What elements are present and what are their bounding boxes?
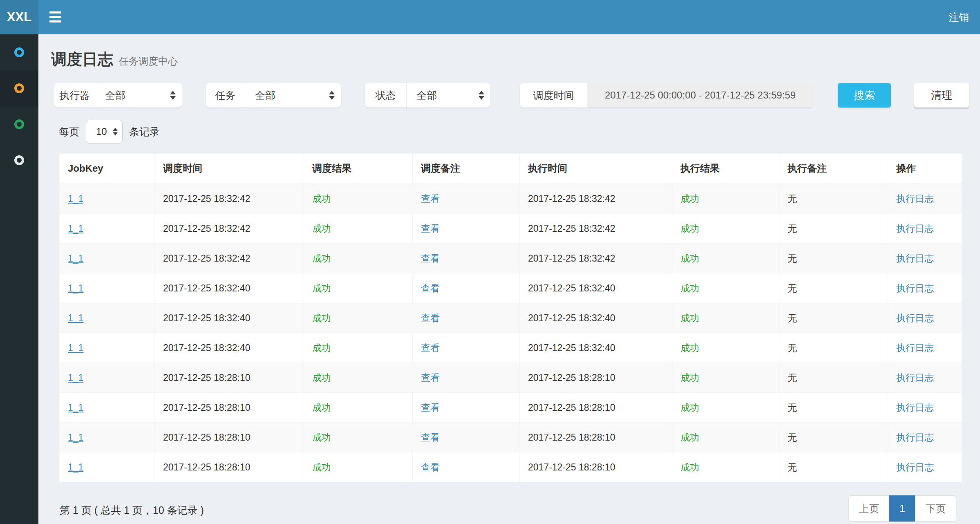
trigger-msg-link[interactable]: 查看: [421, 432, 440, 443]
execute-log-link[interactable]: 执行日志: [896, 462, 934, 472]
trigger-msg-link[interactable]: 查看: [421, 343, 440, 353]
circle-icon: [14, 119, 24, 129]
search-button[interactable]: 搜索: [838, 83, 891, 107]
table-row: 1_12017-12-25 18:32:42成功查看2017-12-25 18:…: [60, 214, 962, 244]
trigger-time-cell: 2017-12-25 18:32:42: [163, 253, 251, 264]
execute-log-link[interactable]: 执行日志: [896, 193, 934, 204]
trigger-time-range-input[interactable]: 2017-12-25 00:00:00 - 2017-12-25 23:59:5…: [588, 83, 813, 107]
execute-log-link[interactable]: 执行日志: [896, 372, 934, 383]
handle-result-cell: 成功: [680, 193, 699, 204]
jobkey-link[interactable]: 1_1: [68, 462, 83, 472]
trigger-time-cell: 2017-12-25 18:28:10: [163, 402, 251, 413]
clear-button[interactable]: 清理: [914, 83, 969, 107]
executor-select-value: 全部: [105, 89, 125, 102]
jobkey-link[interactable]: 1_1: [68, 193, 83, 204]
handle-time-cell: 2017-12-25 18:32:42: [528, 253, 615, 264]
handle-result-cell: 成功: [680, 372, 699, 383]
execute-log-link[interactable]: 执行日志: [896, 223, 934, 234]
trigger-msg-link[interactable]: 查看: [421, 253, 440, 264]
select-arrows-icon: [113, 128, 118, 136]
next-page-button[interactable]: 下页: [915, 495, 956, 522]
logout-button[interactable]: 注销: [949, 0, 969, 34]
jobkey-link[interactable]: 1_1: [68, 372, 83, 383]
table-row: 1_12017-12-25 18:32:40成功查看2017-12-25 18:…: [60, 273, 962, 303]
trigger-msg-link[interactable]: 查看: [421, 283, 440, 293]
trigger-result-cell: 成功: [312, 253, 331, 264]
page-header: 调度日志任务调度中心: [51, 49, 178, 70]
execute-log-link[interactable]: 执行日志: [896, 343, 934, 353]
log-table-body: 1_12017-12-25 18:32:42成功查看2017-12-25 18:…: [60, 184, 962, 482]
trigger-time-cell: 2017-12-25 18:32:40: [163, 313, 251, 323]
jobkey-link[interactable]: 1_1: [68, 432, 83, 443]
page-size-control: 每页 10 条记录: [59, 119, 160, 144]
job-filter-label: 任务: [206, 83, 245, 107]
handle-msg-cell: 无: [788, 432, 797, 443]
trigger-result-cell: 成功: [312, 313, 331, 323]
trigger-time-filter-group: 调度时间 2017-12-25 00:00:00 - 2017-12-25 23…: [520, 83, 813, 107]
execute-log-link[interactable]: 执行日志: [896, 432, 934, 443]
navbar: 注销: [38, 0, 980, 34]
sidebar-toggle-button[interactable]: [49, 11, 62, 25]
trigger-msg-link[interactable]: 查看: [421, 313, 440, 323]
trigger-result-cell: 成功: [312, 343, 331, 353]
table-row: 1_12017-12-25 18:32:40成功查看2017-12-25 18:…: [60, 303, 962, 333]
trigger-msg-link[interactable]: 查看: [421, 462, 440, 472]
page-size-suffix-label: 条记录: [129, 125, 160, 139]
table-header-row: JobKey调度时间调度结果调度备注执行时间执行结果执行备注操作: [60, 154, 962, 184]
sidebar-item-3[interactable]: [0, 106, 38, 142]
trigger-result-cell: 成功: [312, 193, 331, 204]
handle-result-cell: 成功: [680, 283, 699, 293]
app-logo[interactable]: XXL: [0, 0, 38, 34]
current-page-button[interactable]: 1: [889, 495, 915, 522]
select-arrows-icon: [170, 91, 176, 100]
executor-select[interactable]: 全部: [95, 83, 182, 107]
handle-msg-cell: 无: [788, 223, 797, 234]
trigger-result-cell: 成功: [312, 223, 331, 234]
page-size-select[interactable]: 10: [86, 120, 123, 143]
jobkey-link[interactable]: 1_1: [68, 283, 83, 293]
trigger-msg-link[interactable]: 查看: [421, 372, 440, 383]
column-header: JobKey: [60, 154, 155, 184]
page-size-prefix-label: 每页: [59, 125, 79, 139]
trigger-result-cell: 成功: [312, 462, 331, 472]
trigger-msg-link[interactable]: 查看: [421, 223, 440, 234]
trigger-msg-link[interactable]: 查看: [421, 193, 440, 204]
execute-log-link[interactable]: 执行日志: [896, 313, 934, 323]
handle-msg-cell: 无: [788, 402, 797, 413]
table-row: 1_12017-12-25 18:28:10成功查看2017-12-25 18:…: [60, 452, 962, 482]
sidebar-item-1[interactable]: [0, 34, 38, 70]
handle-msg-cell: 无: [788, 193, 797, 204]
handle-result-cell: 成功: [680, 462, 699, 472]
trigger-msg-link[interactable]: 查看: [421, 402, 440, 413]
prev-page-button[interactable]: 上页: [848, 495, 890, 522]
jobkey-link[interactable]: 1_1: [68, 402, 83, 413]
status-filter-group: 状态 全部: [365, 83, 490, 107]
sidebar-menu: [0, 34, 38, 524]
execute-log-link[interactable]: 执行日志: [896, 283, 934, 293]
handle-msg-cell: 无: [788, 372, 797, 383]
log-table: JobKey调度时间调度结果调度备注执行时间执行结果执行备注操作 1_12017…: [59, 153, 962, 482]
job-select[interactable]: 全部: [245, 83, 341, 107]
top-navbar: XXL 注销: [0, 0, 980, 34]
sidebar-item-4[interactable]: [0, 142, 38, 178]
trigger-time-cell: 2017-12-25 18:28:10: [163, 432, 251, 443]
jobkey-link[interactable]: 1_1: [68, 223, 83, 234]
execute-log-link[interactable]: 执行日志: [896, 402, 934, 413]
trigger-result-cell: 成功: [312, 402, 331, 413]
column-header: 操作: [888, 154, 962, 184]
handle-time-cell: 2017-12-25 18:32:40: [528, 343, 615, 353]
jobkey-link[interactable]: 1_1: [68, 343, 83, 353]
jobkey-link[interactable]: 1_1: [68, 313, 83, 323]
jobkey-link[interactable]: 1_1: [68, 253, 83, 264]
handle-result-cell: 成功: [680, 223, 699, 234]
execute-log-link[interactable]: 执行日志: [896, 253, 934, 264]
handle-msg-cell: 无: [788, 462, 797, 472]
job-select-value: 全部: [255, 89, 275, 102]
status-select[interactable]: 全部: [407, 83, 490, 107]
page-subtitle: 任务调度中心: [119, 56, 178, 67]
handle-msg-cell: 无: [788, 313, 797, 323]
handle-result-cell: 成功: [680, 313, 699, 323]
pagination: 上页 1 下页: [848, 495, 956, 522]
handle-time-cell: 2017-12-25 18:32:40: [528, 283, 615, 293]
sidebar-item-2[interactable]: [0, 70, 38, 106]
